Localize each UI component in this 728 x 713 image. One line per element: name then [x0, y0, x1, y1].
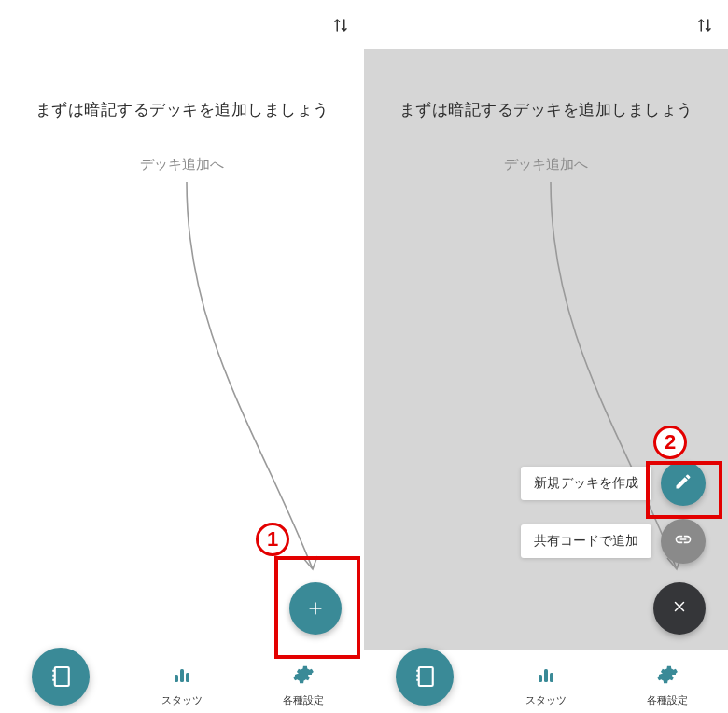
svg-rect-3 [186, 673, 189, 682]
stats-icon [171, 664, 193, 690]
fab-option-sharecode[interactable] [661, 519, 706, 564]
add-deck-fab[interactable] [289, 582, 342, 635]
fab-option-label-sharecode[interactable]: 共有コードで追加 [521, 524, 651, 558]
svg-rect-0 [55, 667, 69, 686]
bottom-nav: スタッツ 各種設定 [364, 650, 728, 713]
nav-decks[interactable] [0, 650, 121, 713]
bottom-nav: スタッツ 各種設定 [0, 650, 364, 713]
annotation-number-1: 1 [256, 523, 289, 556]
nav-settings-label: 各種設定 [283, 693, 324, 707]
fab-option-label-create[interactable]: 新規デッキを作成 [521, 467, 651, 500]
empty-subtitle: デッキ追加へ [0, 156, 364, 174]
empty-title: まずは暗記するデッキを追加しましょう [0, 99, 364, 120]
stats-icon [535, 664, 557, 690]
empty-state: まずは暗記するデッキを追加しましょう デッキ追加へ [364, 99, 728, 174]
screen-after: まずは暗記するデッキを追加しましょう デッキ追加へ 新規デッキを作成 共有コード… [364, 0, 728, 713]
nav-settings[interactable]: 各種設定 [243, 650, 364, 713]
nav-stats-label: スタッツ [161, 693, 203, 707]
sort-icon[interactable] [696, 17, 711, 32]
svg-rect-6 [544, 669, 548, 682]
svg-rect-1 [175, 675, 178, 682]
nav-stats[interactable]: スタッツ [121, 650, 243, 713]
svg-rect-7 [550, 673, 553, 682]
gear-icon [292, 664, 315, 690]
decks-icon[interactable] [32, 648, 90, 706]
decks-icon[interactable] [396, 648, 454, 706]
empty-title: まずは暗記するデッキを追加しましょう [364, 99, 728, 120]
nav-stats[interactable]: スタッツ [485, 650, 607, 713]
link-icon [674, 530, 693, 552]
svg-rect-4 [419, 667, 433, 686]
top-bar [0, 0, 364, 49]
empty-state: まずは暗記するデッキを追加しましょう デッキ追加へ [0, 99, 364, 174]
nav-settings-label: 各種設定 [647, 693, 688, 707]
close-fab[interactable] [653, 582, 706, 635]
nav-stats-label: スタッツ [525, 693, 567, 707]
screen-before: まずは暗記するデッキを追加しましょう デッキ追加へ スタッツ [0, 0, 364, 713]
sort-icon[interactable] [332, 17, 347, 32]
nav-settings[interactable]: 各種設定 [607, 650, 728, 713]
pencil-icon [674, 472, 693, 495]
top-bar [364, 0, 728, 49]
nav-decks[interactable] [364, 650, 485, 713]
empty-subtitle: デッキ追加へ [364, 156, 728, 174]
svg-rect-2 [180, 669, 184, 682]
fab-option-create[interactable] [661, 461, 706, 506]
hint-arrow [159, 177, 345, 597]
svg-rect-5 [539, 675, 542, 682]
gear-icon [656, 664, 679, 690]
close-icon [671, 598, 688, 619]
